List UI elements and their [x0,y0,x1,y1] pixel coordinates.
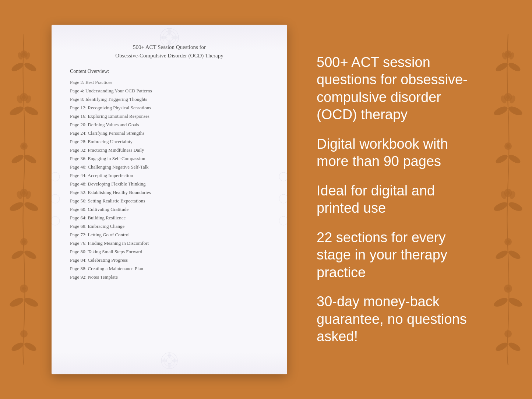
info-text-2: Digital workbook with more than 90 pages [317,135,480,170]
svg-point-49 [493,201,509,213]
svg-point-36 [506,52,510,56]
toc-entry: Page 88: Creating a Maintenance Plan [70,264,269,273]
main-content: 500+ ACT Session Questions for Obsessive… [0,0,532,399]
svg-point-65 [504,330,512,338]
svg-point-50 [507,201,524,213]
toc-list: Page 2: Best PracticesPage 4: Understand… [70,78,269,281]
svg-point-55 [494,249,509,261]
svg-point-7 [23,105,39,117]
svg-point-46 [507,153,522,165]
toc-entry: Page 48: Developing Flexible Thinking [70,180,269,188]
svg-point-63 [494,341,509,353]
svg-point-70 [164,355,175,366]
info-block-1: 500+ ACT session questions for obsessive… [317,54,480,124]
content-overview-label: Content Overview: [70,68,269,74]
toc-entry: Page 8: Identifying Triggering Thoughts [70,95,269,103]
toc-entry: Page 64: Building Resilience [70,213,269,222]
toc-entry: Page 92: Notes Template [70,273,269,281]
toc-entry: Page 52: Establishing Healthy Boundaries [70,188,269,197]
toc-entry: Page 56: Setting Realistic Expectations [70,197,269,205]
svg-point-69 [161,353,177,369]
floral-decoration-left [0,0,48,399]
svg-point-64 [507,341,522,353]
svg-point-16 [8,201,25,213]
toc-entry: Page 72: Letting Go of Control [70,230,269,239]
info-text-1: 500+ ACT session questions for obsessive… [317,54,480,124]
svg-point-0 [10,61,25,73]
svg-point-6 [8,105,25,117]
svg-point-25 [22,240,26,244]
svg-point-26 [8,296,25,308]
info-text-4: 22 sections for every stage in your ther… [317,229,480,282]
toc-entry: Page 20: Defining Values and Goals [70,120,269,129]
toc-entry: Page 40: Challenging Negative Self-Talk [70,163,269,171]
svg-point-12 [10,153,25,165]
toc-entry: Page 16: Exploring Emotional Responses [70,112,269,120]
info-block-4: 22 sections for every stage in your ther… [317,229,480,282]
svg-point-22 [10,249,25,261]
info-text-3: Ideal for digital and printed use [317,182,480,217]
info-block-2: Digital workbook with more than 90 pages [317,135,480,170]
svg-point-23 [23,249,38,261]
info-block-3: Ideal for digital and printed use [317,182,480,217]
info-block-5: 30-day money-back guarantee, no question… [317,293,480,346]
info-panel: 500+ ACT session questions for obsessive… [309,54,480,346]
svg-point-59 [493,296,509,308]
svg-point-34 [507,61,522,73]
svg-point-76 [279,194,288,203]
svg-point-39 [493,105,509,117]
svg-point-56 [507,249,522,261]
svg-point-1 [23,61,38,73]
toc-entry: Page 60: Cultivating Gratitude [70,205,269,213]
toc-entry: Page 12: Recognizing Physical Sensations [70,103,269,112]
toc-entry: Page 80: Taking Small Steps Forward [70,247,269,256]
svg-point-74 [51,216,60,225]
svg-point-67 [163,31,176,44]
svg-point-30 [10,341,25,353]
svg-point-45 [494,153,509,165]
svg-point-31 [23,341,38,353]
svg-point-15 [22,144,26,148]
svg-point-60 [507,296,524,308]
svg-point-48 [506,144,510,148]
svg-point-62 [506,287,510,290]
svg-point-27 [23,296,39,308]
toc-entry: Page 84: Celebrating Progress [70,256,269,264]
svg-point-66 [160,28,179,47]
svg-point-73 [51,194,60,203]
svg-point-40 [507,105,524,117]
toc-entry: Page 28: Embracing Uncertainty [70,137,269,146]
svg-point-75 [279,172,288,181]
svg-point-3 [22,52,26,56]
svg-point-33 [494,61,509,73]
toc-entry: Page 44: Accepting Imperfection [70,171,269,180]
document-title: 500+ ACT Session Questions for Obsessive… [70,43,269,60]
toc-entry: Page 68: Embracing Change [70,222,269,230]
svg-point-72 [51,172,60,181]
toc-entry: Page 76: Finding Meaning in Discomfort [70,239,269,247]
toc-entry: Page 2: Best Practices [70,78,269,86]
info-text-5: 30-day money-back guarantee, no question… [317,293,480,346]
svg-point-77 [279,216,288,225]
toc-entry: Page 32: Practicing Mindfulness Daily [70,146,269,154]
toc-entry: Page 24: Clarifying Personal Strengths [70,129,269,137]
svg-point-29 [22,287,26,290]
svg-point-9 [22,95,26,99]
svg-point-68 [166,34,173,41]
svg-point-32 [20,330,28,338]
floral-decoration-right [484,0,532,399]
svg-point-19 [22,191,26,195]
svg-point-71 [166,358,172,364]
toc-entry: Page 4: Understanding Your OCD Patterns [70,86,269,95]
svg-point-42 [506,95,510,99]
svg-point-17 [23,201,39,213]
document-panel: 500+ ACT Session Questions for Obsessive… [52,25,287,374]
svg-point-52 [506,191,510,195]
svg-point-13 [23,153,38,165]
toc-entry: Page 36: Engaging in Self-Compassion [70,154,269,163]
svg-point-58 [506,240,510,244]
